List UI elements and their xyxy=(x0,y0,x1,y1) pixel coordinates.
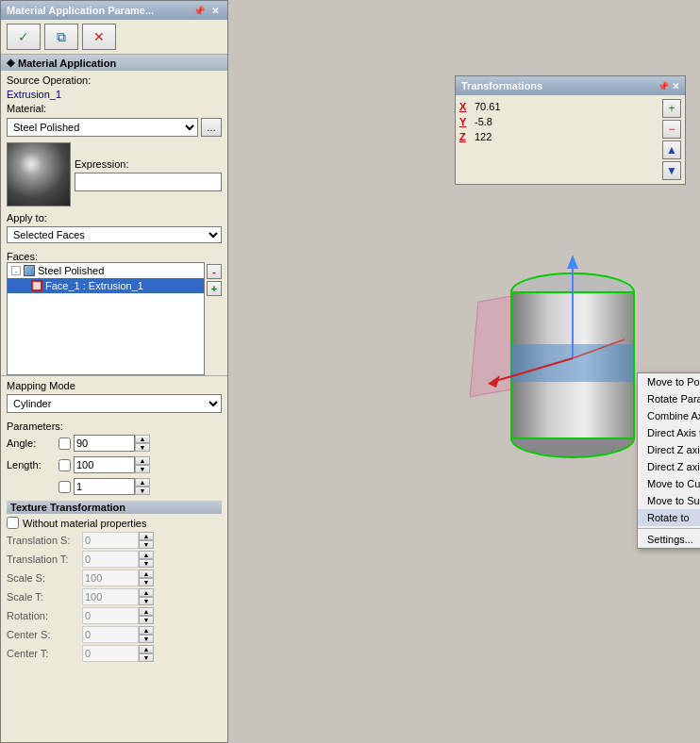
scale-s-input[interactable] xyxy=(82,570,139,586)
y-axis-value: -5.8 xyxy=(475,116,492,127)
scale-t-input[interactable] xyxy=(82,588,139,605)
tree-expand-icon[interactable]: - xyxy=(11,266,21,275)
ts-down-btn[interactable]: ▼ xyxy=(139,540,154,549)
st-up-btn[interactable]: ▲ xyxy=(139,588,154,597)
angle-checkbox[interactable] xyxy=(58,438,71,450)
tt-down-btn[interactable]: ▼ xyxy=(139,559,154,568)
faces-section: Faces: xyxy=(1,247,227,262)
ss-up-btn[interactable]: ▲ xyxy=(139,570,154,578)
material-combo-row: Steel Polished … xyxy=(7,118,222,137)
context-menu: Move to Point Rotate Parallel to Directi… xyxy=(637,372,700,549)
spin3-down-btn[interactable]: ▼ xyxy=(135,487,150,495)
cancel-button[interactable]: ✕ xyxy=(82,24,116,50)
material-preview-inner xyxy=(8,143,70,206)
ss-down-btn[interactable]: ▼ xyxy=(139,578,154,586)
transform-up-button[interactable]: ▲ xyxy=(662,140,681,159)
transformations-panel: Transformations 📌 ✕ X 70.61 Y -5.8 Z 122 xyxy=(455,75,686,185)
close-icon[interactable]: ✕ xyxy=(208,4,222,17)
transform-titlebar-icons: 📌 ✕ xyxy=(658,81,679,91)
spin3-up-btn[interactable]: ▲ xyxy=(135,478,150,487)
ctx-item-3[interactable]: Direct Axis to Point xyxy=(638,424,700,441)
center-s-input[interactable] xyxy=(82,626,139,643)
translation-s-label: Translation S: xyxy=(7,535,82,546)
face-icon xyxy=(31,280,42,291)
ctx-item-7[interactable]: Move to Surface xyxy=(638,492,700,509)
cs-down-btn[interactable]: ▼ xyxy=(139,635,154,643)
expression-input[interactable] xyxy=(75,173,222,191)
angle-up-btn[interactable]: ▲ xyxy=(135,435,150,443)
tree-child-label: Face_1 : Extrusion_1 xyxy=(45,280,143,291)
ctx-item-2[interactable]: Combine Axis xyxy=(638,407,700,424)
ctx-item-9[interactable]: Settings... xyxy=(638,531,700,548)
rot-down-btn[interactable]: ▼ xyxy=(139,616,154,624)
ctx-item-8[interactable]: Rotate to xyxy=(638,509,700,526)
svg-marker-17 xyxy=(488,375,500,388)
material-application-header: ◈ Material Application xyxy=(1,55,227,71)
copy-button[interactable]: ⧉ xyxy=(44,24,78,50)
pin-icon[interactable]: 📌 xyxy=(192,4,206,17)
tree-node-child[interactable]: Face_1 : Extrusion_1 xyxy=(8,278,204,293)
rotation-input[interactable] xyxy=(82,607,139,624)
ct-spinners: ▲ ▼ xyxy=(139,645,154,662)
spin3-checkbox[interactable] xyxy=(58,481,71,493)
ctx-item-0[interactable]: Move to Point xyxy=(638,373,700,390)
angle-input[interactable]: 90 xyxy=(74,435,135,452)
mapping-mode-section: Mapping Mode Cylinder xyxy=(1,375,227,417)
without-material-row: Without material properties xyxy=(7,517,222,529)
translation-s-row: Translation S: ▲ ▼ xyxy=(7,532,222,549)
material-select[interactable]: Steel Polished xyxy=(7,118,198,137)
remove-face-button[interactable]: - xyxy=(207,264,222,279)
x-axis-label: X xyxy=(459,101,471,112)
angle-down-btn[interactable]: ▼ xyxy=(135,443,150,452)
translation-t-label: Translation T: xyxy=(7,553,82,565)
cs-up-btn[interactable]: ▲ xyxy=(139,626,154,635)
length-checkbox[interactable] xyxy=(58,459,71,471)
panel-title-left: Material Application Parame... xyxy=(7,5,154,16)
spin3-input[interactable]: 1 xyxy=(74,478,135,495)
ct-down-btn[interactable]: ▼ xyxy=(139,653,154,662)
angle-row: Angle: 90 ▲ ▼ xyxy=(7,435,222,452)
without-material-checkbox[interactable] xyxy=(7,517,19,529)
x-axis-value: 70.61 xyxy=(475,101,501,112)
transform-close-icon[interactable]: ✕ xyxy=(672,81,679,91)
ctx-item-6[interactable]: Move to Curve xyxy=(638,475,700,492)
scale-t-label: Scale T: xyxy=(7,591,82,603)
ctx-item-1[interactable]: Rotate Parallel to Direction xyxy=(638,390,700,407)
center-s-label: Center S: xyxy=(7,629,82,640)
angle-spinners: ▲ ▼ xyxy=(135,435,150,452)
ts-up-btn[interactable]: ▲ xyxy=(139,532,154,540)
source-operation-value: Extrusion_1 xyxy=(7,89,222,100)
tree-node-parent[interactable]: - Steel Polished xyxy=(8,263,204,278)
length-label: Length: xyxy=(7,459,58,471)
material-browse-button[interactable]: … xyxy=(201,118,222,137)
translation-t-input[interactable] xyxy=(82,551,139,568)
ctx-item-4[interactable]: Direct Z axis to point with rotation aro… xyxy=(638,441,700,458)
mapping-mode-select[interactable]: Cylinder xyxy=(7,394,222,413)
spin3-spinners: ▲ ▼ xyxy=(135,478,150,495)
center-t-label: Center T: xyxy=(7,648,82,659)
without-material-label: Without material properties xyxy=(23,518,146,529)
transform-add-button[interactable]: + xyxy=(662,99,681,118)
scale-s-label: Scale S: xyxy=(7,572,82,584)
rot-up-btn[interactable]: ▲ xyxy=(139,607,154,616)
st-down-btn[interactable]: ▼ xyxy=(139,597,154,605)
transform-down-button[interactable]: ▼ xyxy=(662,161,681,180)
mapping-mode-label: Mapping Mode xyxy=(7,380,222,391)
scale-t-row: Scale T: ▲ ▼ xyxy=(7,588,222,605)
ok-button[interactable]: ✓ xyxy=(7,24,41,50)
transform-items-list: X 70.61 Y -5.8 Z 122 xyxy=(459,99,658,180)
tt-up-btn[interactable]: ▲ xyxy=(139,551,154,559)
translation-s-input[interactable] xyxy=(82,532,139,549)
apply-to-select[interactable]: Selected Faces xyxy=(7,226,222,243)
length-down-btn[interactable]: ▼ xyxy=(135,465,150,473)
transform-pin-icon[interactable]: 📌 xyxy=(658,81,669,91)
length-up-btn[interactable]: ▲ xyxy=(135,456,150,465)
left-panel: Material Application Parame... 📌 ✕ ✓ ⧉ ✕… xyxy=(0,0,228,743)
length-input[interactable]: 100 xyxy=(74,456,135,473)
y-axis-label: Y xyxy=(459,116,471,127)
ctx-item-5[interactable]: Direct Z axis to point with rotation aro… xyxy=(638,458,700,475)
transform-remove-button[interactable]: − xyxy=(662,120,681,139)
add-face-button[interactable]: + xyxy=(207,281,222,296)
center-t-input[interactable] xyxy=(82,645,139,662)
ct-up-btn[interactable]: ▲ xyxy=(139,645,154,653)
